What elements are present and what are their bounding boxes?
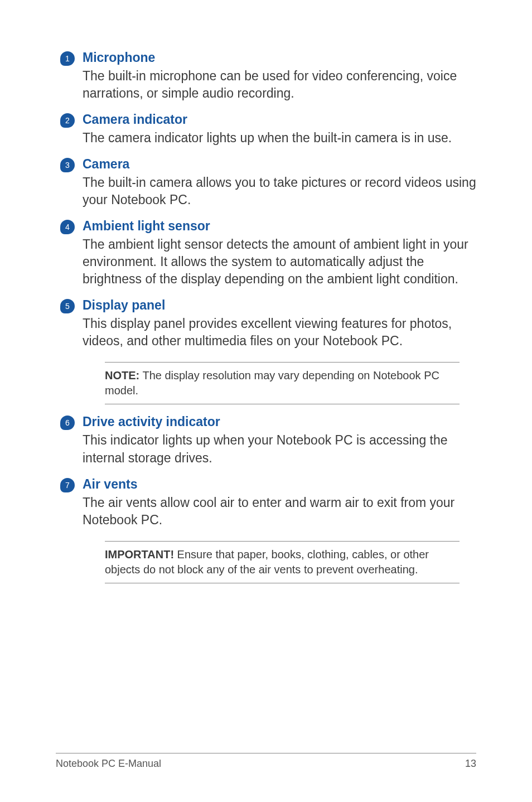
content-area: 1 Microphone The built-in microphone can… [56, 50, 476, 583]
item-title: Drive activity indicator [83, 414, 476, 429]
bullet-number: 1 [60, 51, 75, 66]
bullet-number: 3 [60, 158, 75, 172]
item-title: Ambient light sensor [83, 219, 476, 234]
note-label: NOTE: [105, 369, 139, 381]
bullet-number: 4 [60, 220, 75, 234]
item-body: This display panel provides excellent vi… [83, 315, 476, 350]
footer-left: Notebook PC E-Manual [56, 758, 161, 770]
item-title: Display panel [83, 298, 476, 313]
item-ambient-light-sensor: 4 Ambient light sensor The ambient light… [62, 219, 476, 288]
footer-page-number: 13 [465, 758, 476, 770]
important-box: IMPORTANT! Ensure that paper, books, clo… [105, 541, 460, 583]
item-air-vents: 7 Air vents The air vents allow cool air… [62, 477, 476, 583]
item-body: The ambient light sensor detects the amo… [83, 236, 476, 288]
item-camera-indicator: 2 Camera indicator The camera indicator … [62, 112, 476, 147]
item-title: Microphone [83, 50, 476, 65]
item-body: The camera indicator lights up when the … [83, 129, 476, 147]
item-body: The built-in camera allows you to take p… [83, 174, 476, 209]
item-drive-activity-indicator: 6 Drive activity indicator This indicato… [62, 414, 476, 466]
page-footer: Notebook PC E-Manual 13 [56, 753, 476, 770]
bullet-number: 2 [60, 113, 75, 128]
important-label: IMPORTANT! [105, 548, 174, 561]
bullet-number: 7 [60, 478, 75, 492]
note-box: NOTE: The display resolution may vary de… [105, 362, 460, 404]
item-microphone: 1 Microphone The built-in microphone can… [62, 50, 476, 102]
item-body: The air vents allow cool air to enter an… [83, 494, 476, 529]
item-camera: 3 Camera The built-in camera allows you … [62, 157, 476, 209]
item-title: Air vents [83, 477, 476, 492]
item-body: This indicator lights up when your Noteb… [83, 432, 476, 466]
note-text: The display resolution may vary dependin… [105, 369, 439, 397]
bullet-number: 5 [60, 299, 75, 313]
item-title: Camera indicator [83, 112, 476, 127]
item-body: The built-in microphone can be used for … [83, 67, 476, 102]
bullet-number: 6 [60, 416, 75, 430]
item-display-panel: 5 Display panel This display panel provi… [62, 298, 476, 404]
item-title: Camera [83, 157, 476, 172]
